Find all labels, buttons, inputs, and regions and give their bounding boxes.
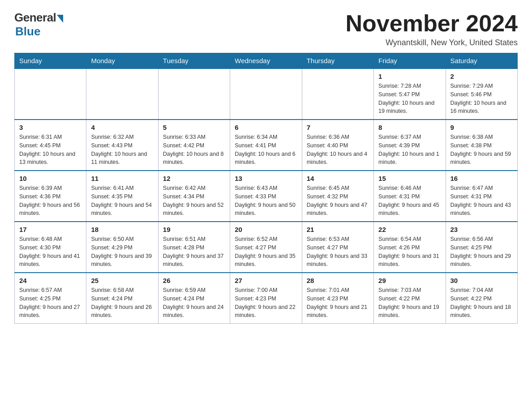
calendar-table: SundayMondayTuesdayWednesdayThursdayFrid… (14, 53, 518, 324)
calendar-cell: 15Sunrise: 6:46 AMSunset: 4:31 PMDayligh… (374, 171, 446, 222)
day-info: Sunrise: 6:37 AMSunset: 4:39 PMDaylight:… (378, 133, 441, 167)
day-info: Sunrise: 6:54 AMSunset: 4:26 PMDaylight:… (378, 235, 441, 269)
day-info: Sunrise: 6:38 AMSunset: 4:38 PMDaylight:… (450, 133, 513, 167)
day-info: Sunrise: 6:43 AMSunset: 4:33 PMDaylight:… (235, 184, 297, 218)
day-info: Sunrise: 6:46 AMSunset: 4:31 PMDaylight:… (378, 184, 441, 218)
day-number: 1 (378, 73, 441, 80)
day-number: 15 (378, 175, 441, 182)
day-number: 21 (307, 226, 369, 233)
logo-general-text: General (14, 11, 56, 25)
logo: General Blue (14, 11, 63, 39)
day-number: 8 (378, 124, 441, 131)
day-number: 13 (235, 175, 297, 182)
day-info: Sunrise: 7:04 AMSunset: 4:22 PMDaylight:… (450, 286, 513, 320)
column-header-thursday: Thursday (302, 53, 373, 69)
calendar-cell: 30Sunrise: 7:04 AMSunset: 4:22 PMDayligh… (446, 273, 517, 324)
calendar-cell (230, 68, 302, 120)
title-block: November 2024 Wynantskill, New York, Uni… (346, 11, 518, 47)
column-header-friday: Friday (374, 53, 446, 69)
day-number: 18 (91, 226, 153, 233)
calendar-cell: 3Sunrise: 6:31 AMSunset: 4:45 PMDaylight… (15, 120, 86, 171)
day-number: 3 (19, 124, 82, 131)
day-info: Sunrise: 6:34 AMSunset: 4:41 PMDaylight:… (235, 133, 297, 167)
calendar-cell: 27Sunrise: 7:00 AMSunset: 4:23 PMDayligh… (230, 273, 302, 324)
day-number: 27 (235, 277, 297, 284)
logo-arrow-icon (57, 15, 63, 23)
day-info: Sunrise: 6:32 AMSunset: 4:43 PMDaylight:… (91, 133, 153, 167)
day-number: 20 (235, 226, 297, 233)
calendar-cell: 11Sunrise: 6:41 AMSunset: 4:35 PMDayligh… (86, 171, 158, 222)
calendar-cell (15, 68, 86, 120)
page-header: General Blue November 2024 Wynantskill, … (14, 11, 518, 47)
column-header-monday: Monday (86, 53, 158, 69)
day-number: 14 (307, 175, 369, 182)
day-info: Sunrise: 6:45 AMSunset: 4:32 PMDaylight:… (307, 184, 369, 218)
day-number: 7 (307, 124, 369, 131)
calendar-cell: 28Sunrise: 7:01 AMSunset: 4:23 PMDayligh… (302, 273, 373, 324)
calendar-cell: 20Sunrise: 6:52 AMSunset: 4:27 PMDayligh… (230, 222, 302, 273)
day-info: Sunrise: 7:28 AMSunset: 5:47 PMDaylight:… (378, 82, 441, 116)
week-row-5: 24Sunrise: 6:57 AMSunset: 4:25 PMDayligh… (15, 273, 518, 324)
week-row-1: 1Sunrise: 7:28 AMSunset: 5:47 PMDaylight… (15, 68, 518, 120)
calendar-cell: 12Sunrise: 6:42 AMSunset: 4:34 PMDayligh… (158, 171, 230, 222)
calendar-cell: 8Sunrise: 6:37 AMSunset: 4:39 PMDaylight… (374, 120, 446, 171)
day-number: 6 (235, 124, 297, 131)
calendar-cell: 26Sunrise: 6:59 AMSunset: 4:24 PMDayligh… (158, 273, 230, 324)
day-info: Sunrise: 6:41 AMSunset: 4:35 PMDaylight:… (91, 184, 153, 218)
day-number: 17 (19, 226, 82, 233)
day-number: 24 (19, 277, 82, 284)
calendar-cell: 17Sunrise: 6:48 AMSunset: 4:30 PMDayligh… (15, 222, 86, 273)
day-number: 12 (163, 175, 225, 182)
calendar-cell: 1Sunrise: 7:28 AMSunset: 5:47 PMDaylight… (374, 68, 446, 120)
location-text: Wynantskill, New York, United States (346, 38, 518, 47)
calendar-cell: 2Sunrise: 7:29 AMSunset: 5:46 PMDaylight… (446, 68, 517, 120)
day-info: Sunrise: 7:01 AMSunset: 4:23 PMDaylight:… (307, 286, 369, 320)
logo-blue-text: Blue (15, 25, 40, 39)
day-info: Sunrise: 6:48 AMSunset: 4:30 PMDaylight:… (19, 235, 82, 269)
column-header-sunday: Sunday (15, 53, 86, 69)
day-number: 29 (378, 277, 441, 284)
day-info: Sunrise: 6:57 AMSunset: 4:25 PMDaylight:… (19, 286, 82, 320)
day-number: 11 (91, 175, 153, 182)
calendar-cell: 9Sunrise: 6:38 AMSunset: 4:38 PMDaylight… (446, 120, 517, 171)
week-row-2: 3Sunrise: 6:31 AMSunset: 4:45 PMDaylight… (15, 120, 518, 171)
calendar-cell (86, 68, 158, 120)
day-info: Sunrise: 6:52 AMSunset: 4:27 PMDaylight:… (235, 235, 297, 269)
column-header-saturday: Saturday (446, 53, 517, 69)
calendar-cell: 24Sunrise: 6:57 AMSunset: 4:25 PMDayligh… (15, 273, 86, 324)
day-number: 25 (91, 277, 153, 284)
calendar-cell (158, 68, 230, 120)
day-number: 30 (450, 277, 513, 284)
day-number: 19 (163, 226, 225, 233)
calendar-cell: 19Sunrise: 6:51 AMSunset: 4:28 PMDayligh… (158, 222, 230, 273)
day-info: Sunrise: 6:56 AMSunset: 4:25 PMDaylight:… (450, 235, 513, 269)
calendar-cell: 14Sunrise: 6:45 AMSunset: 4:32 PMDayligh… (302, 171, 373, 222)
month-title: November 2024 (346, 11, 518, 36)
column-header-wednesday: Wednesday (230, 53, 302, 69)
calendar-cell (302, 68, 373, 120)
day-number: 5 (163, 124, 225, 131)
week-row-3: 10Sunrise: 6:39 AMSunset: 4:36 PMDayligh… (15, 171, 518, 222)
day-number: 10 (19, 175, 82, 182)
day-number: 4 (91, 124, 153, 131)
day-number: 22 (378, 226, 441, 233)
day-info: Sunrise: 7:03 AMSunset: 4:22 PMDaylight:… (378, 286, 441, 320)
day-number: 26 (163, 277, 225, 284)
column-header-tuesday: Tuesday (158, 53, 230, 69)
day-info: Sunrise: 6:42 AMSunset: 4:34 PMDaylight:… (163, 184, 225, 218)
day-number: 2 (450, 73, 513, 80)
day-info: Sunrise: 6:33 AMSunset: 4:42 PMDaylight:… (163, 133, 225, 167)
calendar-header-row: SundayMondayTuesdayWednesdayThursdayFrid… (15, 53, 518, 69)
day-number: 23 (450, 226, 513, 233)
day-number: 9 (450, 124, 513, 131)
day-info: Sunrise: 6:36 AMSunset: 4:40 PMDaylight:… (307, 133, 369, 167)
day-info: Sunrise: 6:59 AMSunset: 4:24 PMDaylight:… (163, 286, 225, 320)
day-info: Sunrise: 7:00 AMSunset: 4:23 PMDaylight:… (235, 286, 297, 320)
day-info: Sunrise: 6:47 AMSunset: 4:31 PMDaylight:… (450, 184, 513, 218)
calendar-cell: 13Sunrise: 6:43 AMSunset: 4:33 PMDayligh… (230, 171, 302, 222)
day-number: 28 (307, 277, 369, 284)
calendar-cell: 4Sunrise: 6:32 AMSunset: 4:43 PMDaylight… (86, 120, 158, 171)
day-info: Sunrise: 7:29 AMSunset: 5:46 PMDaylight:… (450, 82, 513, 116)
calendar-cell: 25Sunrise: 6:58 AMSunset: 4:24 PMDayligh… (86, 273, 158, 324)
calendar-cell: 10Sunrise: 6:39 AMSunset: 4:36 PMDayligh… (15, 171, 86, 222)
